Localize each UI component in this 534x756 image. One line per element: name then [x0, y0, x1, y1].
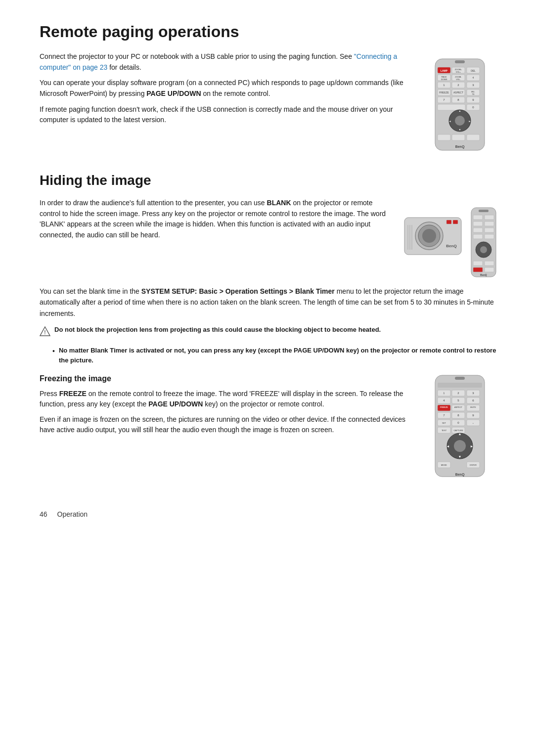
- page-footer: 46 Operation: [40, 509, 499, 520]
- svg-point-70: [480, 246, 487, 253]
- hiding-content: In order to draw the audience's full att…: [40, 198, 499, 282]
- svg-text:MUTE: MUTE: [470, 406, 476, 408]
- freezing-para-2: Even if an image is frozen on the screen…: [40, 414, 413, 435]
- svg-text:CAPTURE: CAPTURE: [453, 429, 463, 432]
- svg-text:BenQ: BenQ: [446, 244, 456, 248]
- remote-image-3: 1 2 3 4 5 6 FREEZE ASPECT MUTE: [423, 373, 499, 485]
- svg-rect-46: [452, 134, 465, 140]
- connecting-link[interactable]: "Connecting a computer" on page 23: [40, 52, 397, 71]
- remote-svg-3: 1 2 3 4 5 6 FREEZE ASPECT MUTE: [423, 373, 497, 482]
- svg-text:ASPECT: ASPECT: [454, 406, 463, 408]
- svg-rect-36: [438, 104, 465, 110]
- svg-rect-60: [479, 210, 489, 212]
- svg-point-40: [455, 116, 465, 126]
- remote-svg-2: BenQ: [402, 203, 498, 282]
- svg-text:1: 1: [444, 392, 445, 395]
- remote-paging-para-1: Connect the projector to your PC or note…: [40, 51, 410, 73]
- hiding-text: In order to draw the audience's full att…: [40, 198, 391, 246]
- svg-point-52: [422, 229, 436, 243]
- svg-text:▼: ▼: [458, 455, 462, 458]
- bullet-note: • No matter Blank Timer is activated or …: [52, 346, 499, 365]
- svg-text:◄: ◄: [446, 445, 450, 448]
- triangle-warning-svg: !: [40, 326, 50, 337]
- section-title-remote-paging: Remote paging operations: [40, 20, 499, 44]
- svg-text:BenQ: BenQ: [480, 273, 487, 276]
- svg-rect-74: [485, 267, 494, 272]
- svg-text:TEST: TEST: [442, 429, 447, 432]
- hiding-para-1: In order to draw the audience's full att…: [40, 198, 391, 241]
- svg-rect-71: [473, 261, 483, 266]
- freezing-text: Freezing the image Press FREEZE on the r…: [40, 373, 413, 435]
- svg-text:DEL: DEL: [471, 69, 476, 72]
- section-remote-paging: Remote paging operations Connect the pro…: [40, 20, 499, 158]
- hiding-notes: ! Do not block the projection lens from …: [40, 325, 499, 365]
- svg-text:▲: ▲: [459, 109, 461, 112]
- svg-rect-68: [485, 234, 494, 239]
- svg-text:MODE: MODE: [441, 464, 447, 466]
- svg-text:LAMP: LAMP: [441, 69, 448, 72]
- footer-label: Operation: [57, 509, 88, 520]
- page-number: 46: [40, 509, 47, 520]
- warning-icon: !: [40, 326, 50, 341]
- svg-text:SET: SET: [442, 422, 446, 424]
- svg-text:ASPECT: ASPECT: [453, 91, 463, 94]
- svg-rect-47: [467, 134, 480, 140]
- section-hiding-image: Hiding the image In order to draw the au…: [40, 170, 499, 365]
- svg-rect-79: [455, 377, 465, 380]
- svg-text:TE: TE: [472, 93, 474, 95]
- svg-text:FREEZE: FREEZE: [440, 406, 448, 408]
- warning-note: ! Do not block the projection lens from …: [40, 325, 499, 341]
- svg-text:▲: ▲: [458, 432, 462, 436]
- remote-paging-para-2: You can operate your display software pr…: [40, 78, 410, 99]
- svg-text:►: ►: [470, 445, 474, 448]
- svg-text:!: !: [44, 330, 45, 335]
- svg-rect-1: [455, 60, 465, 63]
- freezing-para-1: Press FREEZE on the remote control to fr…: [40, 389, 413, 409]
- svg-text:►: ►: [469, 120, 471, 123]
- svg-rect-54: [453, 220, 458, 224]
- svg-rect-67: [473, 234, 483, 239]
- svg-rect-73: [473, 267, 483, 272]
- svg-text:4: 4: [473, 76, 474, 79]
- section-title-freezing: Freezing the image: [40, 373, 413, 385]
- svg-rect-61: [473, 215, 483, 220]
- svg-rect-66: [485, 228, 494, 232]
- remote-svg-1: LAMP ZOOM+ VOL+ DEL PAGE DOWN ZOOM- VOL-…: [430, 56, 490, 155]
- freezing-content: Freezing the image Press FREEZE on the r…: [40, 373, 499, 485]
- svg-rect-64: [485, 222, 494, 226]
- section-freezing-image: Freezing the image Press FREEZE on the r…: [40, 373, 499, 485]
- svg-rect-80: [438, 383, 482, 388]
- bullet-dot-1: •: [52, 346, 55, 356]
- svg-text:◄: ◄: [449, 120, 451, 123]
- svg-point-116: [454, 440, 466, 452]
- remote-image-1: LAMP ZOOM+ VOL+ DEL PAGE DOWN ZOOM- VOL-…: [420, 51, 499, 158]
- svg-rect-65: [473, 228, 483, 232]
- svg-text:ENTER: ENTER: [470, 464, 477, 466]
- hiding-setup-text: You can set the blank time in the SYSTEM…: [40, 286, 499, 319]
- svg-text:VOL-: VOL-: [456, 78, 461, 81]
- svg-rect-45: [438, 134, 450, 140]
- svg-rect-53: [446, 220, 451, 224]
- svg-rect-62: [485, 215, 494, 220]
- svg-rect-72: [485, 261, 494, 266]
- remote-paging-para-3: If remote paging function doesn't work, …: [40, 104, 410, 126]
- svg-rect-63: [473, 222, 483, 226]
- remote-image-2: BenQ: [400, 198, 499, 282]
- svg-text:DOWN: DOWN: [441, 78, 447, 81]
- remote-paging-content: Connect the projector to your PC or note…: [40, 51, 499, 158]
- remote-paging-text: Connect the projector to your PC or note…: [40, 51, 410, 131]
- svg-text:VOL+: VOL+: [456, 71, 461, 73]
- svg-text:▼: ▼: [459, 128, 461, 131]
- svg-text:BenQ: BenQ: [455, 145, 465, 149]
- section-title-hiding: Hiding the image: [40, 170, 499, 191]
- svg-text:BenQ: BenQ: [455, 473, 465, 477]
- svg-text:FREEZE: FREEZE: [439, 91, 449, 94]
- warning-note-text: Do not block the projection lens from pr…: [54, 325, 381, 335]
- bullet-note-text: No matter Blank Timer is activated or no…: [59, 346, 499, 365]
- remote-control-svg-1: LAMP ZOOM+ VOL+ DEL PAGE DOWN ZOOM- VOL-…: [430, 56, 490, 158]
